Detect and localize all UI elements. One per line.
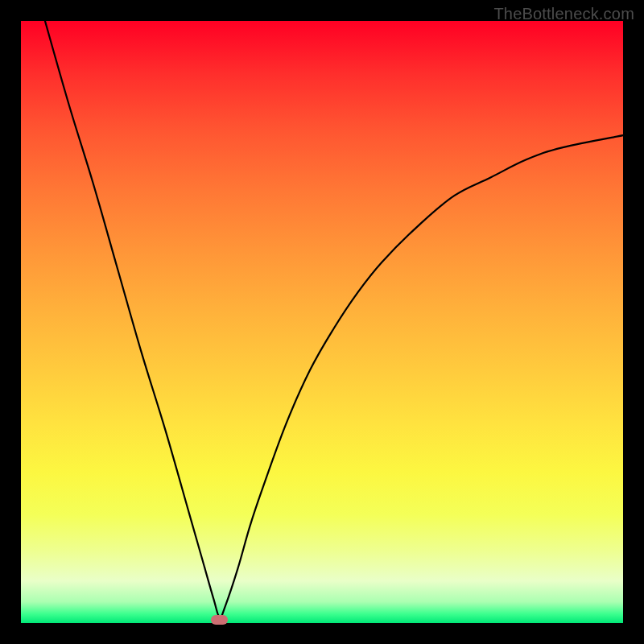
- bottleneck-curve: [21, 21, 623, 623]
- optimum-marker: [211, 615, 228, 625]
- watermark-text: TheBottleneck.com: [493, 5, 634, 23]
- curve-path: [45, 21, 623, 617]
- plot-frame: [21, 21, 623, 623]
- plot-area: [21, 21, 623, 623]
